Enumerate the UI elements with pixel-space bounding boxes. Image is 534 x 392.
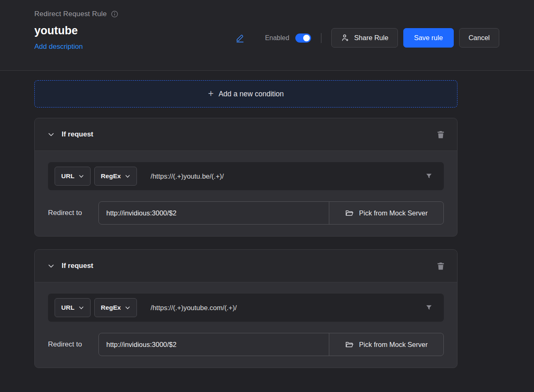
redirect-to-label: Redirect to [48, 209, 98, 217]
source-operator-value: RegEx [101, 304, 121, 311]
condition-card-body: URL RegEx [35, 151, 457, 236]
chevron-down-icon [79, 174, 84, 179]
source-key-select[interactable]: URL [55, 298, 91, 317]
condition-title: If request [62, 262, 93, 270]
plus-icon: + [208, 89, 213, 98]
condition-card: If request URL [34, 118, 457, 237]
redirect-row: Redirect to Pick from Mock Server [48, 201, 444, 225]
source-value-input[interactable] [141, 304, 423, 312]
cancel-label: Cancel [469, 34, 490, 42]
chevron-down-icon [125, 305, 130, 311]
condition-card: If request URL [34, 249, 457, 368]
source-filters-button[interactable] [423, 302, 435, 313]
redirect-destination-input[interactable] [98, 201, 329, 225]
folder-open-icon [345, 340, 354, 349]
rule-type-row: Redirect Request Rule [34, 10, 499, 18]
chevron-down-icon [79, 305, 84, 311]
share-rule-button[interactable]: Share Rule [331, 28, 398, 48]
source-condition-row: URL RegEx [48, 162, 444, 190]
mock-server-label: Pick from Mock Server [359, 341, 428, 349]
redirect-destination-input[interactable] [98, 333, 329, 356]
source-operator-select[interactable]: RegEx [94, 167, 137, 186]
header-controls: Enabled Share Rule Save rule Cancel [235, 28, 499, 48]
folder-open-icon [345, 209, 354, 218]
source-value-input[interactable] [141, 172, 423, 180]
save-rule-button[interactable]: Save rule [403, 28, 454, 48]
add-description-link[interactable]: Add description [34, 43, 83, 51]
filter-icon [425, 172, 433, 180]
collapse-condition-button[interactable] [48, 131, 55, 138]
pick-from-mock-server-button[interactable]: Pick from Mock Server [329, 201, 444, 225]
source-key-value: URL [61, 304, 74, 311]
cancel-button[interactable]: Cancel [459, 28, 499, 48]
pick-from-mock-server-button[interactable]: Pick from Mock Server [329, 333, 444, 356]
condition-card-header: If request [35, 118, 457, 151]
delete-condition-button[interactable] [434, 260, 447, 272]
collapse-condition-button[interactable] [48, 263, 55, 270]
trash-icon [436, 261, 445, 271]
mock-server-label: Pick from Mock Server [359, 209, 428, 217]
source-filters-button[interactable] [423, 170, 435, 182]
condition-title: If request [62, 130, 93, 139]
chevron-down-icon [48, 131, 55, 138]
redirect-to-label: Redirect to [48, 340, 98, 349]
pencil-icon [235, 33, 244, 43]
source-key-value: URL [61, 172, 74, 180]
enabled-toggle[interactable] [295, 33, 311, 43]
source-key-select[interactable]: URL [55, 167, 91, 186]
rule-conditions-area: + Add a new condition If request [0, 71, 534, 368]
enabled-label: Enabled [265, 34, 290, 42]
redirect-row: Redirect to Pick from Mock Server [48, 333, 444, 356]
info-icon[interactable] [111, 10, 118, 18]
trash-icon [436, 130, 445, 139]
add-condition-label: Add a new condition [218, 90, 284, 98]
save-rule-label: Save rule [414, 34, 443, 42]
toggle-knob [303, 35, 310, 41]
add-condition-button[interactable]: + Add a new condition [34, 80, 457, 108]
condition-card-header: If request [35, 250, 457, 282]
filter-icon [425, 304, 433, 312]
edit-rule-name-button[interactable] [235, 33, 244, 43]
rule-type-label: Redirect Request Rule [34, 10, 107, 18]
header-divider [321, 33, 321, 43]
source-condition-row: URL RegEx [48, 294, 444, 322]
chevron-down-icon [48, 263, 55, 270]
source-operator-select[interactable]: RegEx [94, 298, 137, 317]
user-plus-icon [341, 33, 350, 42]
delete-condition-button[interactable] [434, 128, 447, 141]
share-rule-label: Share Rule [354, 34, 388, 42]
source-operator-value: RegEx [101, 172, 121, 180]
rule-editor-header: Redirect Request Rule youtube Add descri… [0, 0, 534, 71]
chevron-down-icon [125, 174, 130, 179]
condition-card-body: URL RegEx [35, 282, 457, 368]
